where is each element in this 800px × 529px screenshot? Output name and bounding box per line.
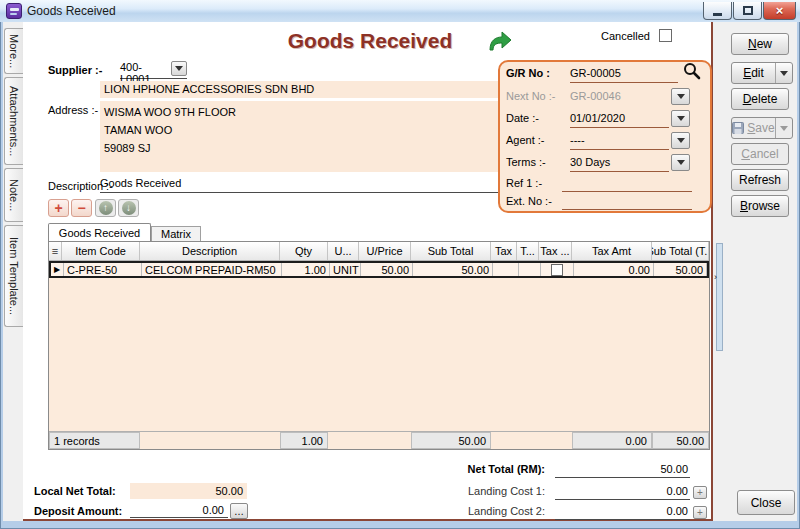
sidebar-tab-label: Note... xyxy=(8,179,20,211)
date-dropdown-button[interactable] xyxy=(671,110,690,127)
cell-description[interactable]: CELCOM PREPAID-RM50 xyxy=(142,263,282,276)
add-row-button[interactable]: + xyxy=(48,199,69,217)
cell-tax-amt[interactable]: 0.00 xyxy=(574,263,654,276)
cancelled-label: Cancelled xyxy=(601,30,650,42)
agent-underline xyxy=(570,149,669,150)
table-row[interactable]: ▶ C-PRE-50 CELCOM PREPAID-RM50 1.00 UNIT… xyxy=(49,261,709,278)
column-header-uprice[interactable]: U/Price xyxy=(359,242,411,260)
cell-qty[interactable]: 1.00 xyxy=(282,263,330,276)
cell-subtotal[interactable]: 50.00 xyxy=(413,263,493,276)
column-header-tax[interactable]: Tax xyxy=(491,242,517,260)
tab-goods-received[interactable]: Goods Received xyxy=(48,223,151,242)
column-header-uom[interactable]: U... xyxy=(328,242,359,260)
browse-button[interactable]: Browse xyxy=(731,195,789,217)
landing-cost-1-input[interactable]: 0.00 xyxy=(555,485,688,497)
landing-cost-2-add-button[interactable]: + xyxy=(693,506,707,519)
footer-tax-amt: 0.00 xyxy=(572,432,652,449)
terms-value[interactable]: 30 Days xyxy=(570,156,610,168)
sidebar-tab-item-template[interactable]: Item Template... xyxy=(4,225,23,327)
forward-arrow-icon[interactable] xyxy=(487,31,513,53)
close-button-label: Close xyxy=(751,496,782,510)
sidebar-tab-label: Item Template... xyxy=(8,237,20,315)
chevron-down-icon xyxy=(780,126,788,131)
delete-button[interactable]: Delete xyxy=(731,88,789,110)
column-header-t[interactable]: T... xyxy=(517,242,539,260)
cell-uprice[interactable]: 50.00 xyxy=(361,263,413,276)
minimize-button[interactable] xyxy=(703,2,732,20)
landing-cost-2-input[interactable]: 0.00 xyxy=(555,505,688,517)
terms-dropdown-button[interactable] xyxy=(671,154,690,171)
chevron-down-icon xyxy=(677,138,685,143)
remove-row-button[interactable]: − xyxy=(71,199,92,217)
gr-no-value[interactable]: GR-00005 xyxy=(570,67,621,79)
cell-tax-inclusive xyxy=(541,263,574,276)
next-no-value: GR-00046 xyxy=(570,90,621,102)
row-indicator-icon: ▶ xyxy=(54,265,60,274)
column-header-subtotal[interactable]: Sub Total xyxy=(411,242,491,260)
panel-collapse-handle[interactable] xyxy=(716,243,723,351)
agent-dropdown-button[interactable] xyxy=(671,132,690,149)
cancel-button[interactable]: Cancel xyxy=(731,143,789,165)
tax-inclusive-checkbox[interactable] xyxy=(551,264,563,276)
column-header-tax-inclusive[interactable]: Tax ... xyxy=(539,242,572,260)
move-up-button[interactable]: ↑ xyxy=(95,199,116,217)
net-total-value: 50.00 xyxy=(555,463,688,475)
footer-subtotal-tax: 50.00 xyxy=(652,432,709,449)
grid-menu-icon[interactable]: ≡ xyxy=(52,245,58,257)
column-header-subtotal-tax[interactable]: Sub Total (T... xyxy=(652,242,709,260)
search-icon[interactable] xyxy=(683,62,701,80)
cell-uom[interactable]: UNIT xyxy=(330,263,361,276)
edit-dropdown-button[interactable] xyxy=(775,63,792,83)
save-button[interactable]: Save xyxy=(731,117,793,139)
landing-cost-2-label: Landing Cost 2: xyxy=(420,505,545,517)
minimize-icon xyxy=(713,13,722,16)
net-total-underline xyxy=(555,477,690,478)
cell-t[interactable] xyxy=(519,263,541,276)
sidebar-tab-label: More... xyxy=(8,34,20,68)
cell-item-code[interactable]: C-PRE-50 xyxy=(64,263,142,276)
supplier-combo[interactable]: 400-L0001 xyxy=(120,61,187,79)
save-dropdown-button[interactable] xyxy=(775,118,792,138)
agent-value[interactable]: ---- xyxy=(570,134,585,146)
titlebar: Goods Received × xyxy=(0,0,800,22)
cell-subtotal-tax[interactable]: 50.00 xyxy=(654,263,707,276)
window-close-button[interactable]: × xyxy=(763,2,796,20)
column-header-item-code[interactable]: Item Code xyxy=(62,242,140,260)
ext-no-underline xyxy=(562,209,692,210)
plus-icon: + xyxy=(54,201,62,215)
new-button-label: New xyxy=(748,37,772,51)
date-value[interactable]: 01/01/2020 xyxy=(570,112,625,124)
sidebar-tab-attachments[interactable]: Attachments... xyxy=(4,77,23,165)
chevron-down-icon xyxy=(677,160,685,165)
sidebar-tab-more[interactable]: More... xyxy=(4,28,23,74)
landing-cost-1-add-button[interactable]: + xyxy=(693,486,707,499)
footer-record-count: 1 records xyxy=(49,432,140,449)
maximize-button[interactable] xyxy=(733,2,762,20)
edit-button[interactable]: Edit xyxy=(731,62,793,84)
chevron-down-icon xyxy=(677,94,685,99)
collapse-arrow-icon: › xyxy=(714,272,717,282)
deposit-amount-label: Deposit Amount: xyxy=(34,505,122,517)
cell-tax[interactable] xyxy=(493,263,519,276)
move-down-button[interactable]: ↓ xyxy=(118,199,139,217)
agent-label: Agent :- xyxy=(506,134,545,146)
column-header-qty[interactable]: Qty xyxy=(280,242,328,260)
new-button[interactable]: New xyxy=(731,33,789,55)
close-button[interactable]: Close xyxy=(737,490,795,515)
cancelled-checkbox[interactable] xyxy=(659,29,672,42)
deposit-ellipsis-button[interactable]: … xyxy=(230,503,248,519)
column-header-tax-amt[interactable]: Tax Amt xyxy=(572,242,652,260)
refresh-button[interactable]: Refresh xyxy=(731,169,789,191)
sidebar-tab-note[interactable]: Note... xyxy=(4,168,23,222)
supplier-label: Supplier :- xyxy=(48,64,102,76)
supplier-dropdown-button[interactable] xyxy=(171,61,187,76)
terms-label: Terms :- xyxy=(506,156,546,168)
supplier-code: 400-L0001 xyxy=(120,61,171,78)
deposit-amount-input[interactable]: 0.00 xyxy=(130,502,228,518)
next-no-dropdown-button[interactable] xyxy=(671,88,690,105)
column-header-description[interactable]: Description xyxy=(140,242,280,260)
gr-no-underline xyxy=(570,82,678,83)
date-label: Date :- xyxy=(506,112,539,124)
tab-matrix[interactable]: Matrix xyxy=(151,226,201,242)
items-grid: ≡ Item Code Description Qty U... U/Price… xyxy=(48,241,710,450)
